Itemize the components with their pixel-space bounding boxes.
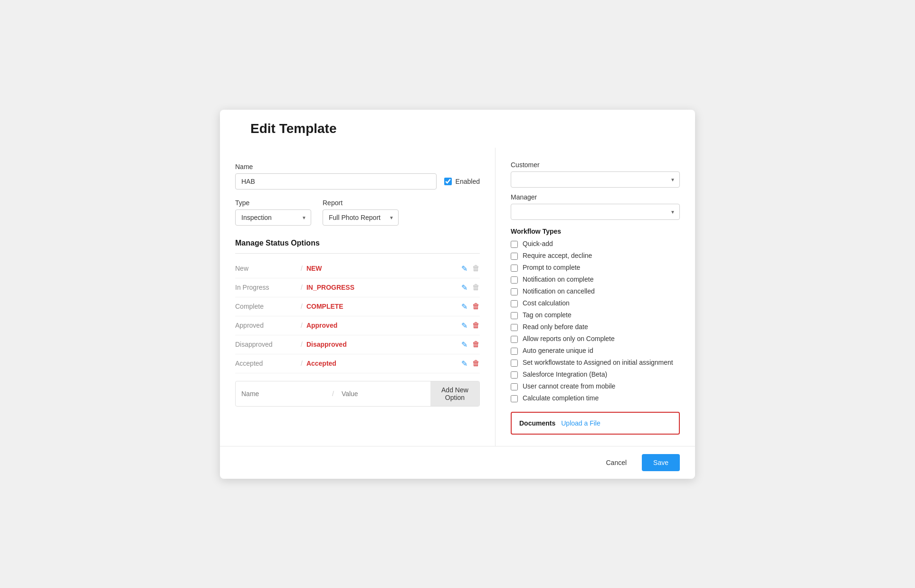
manager-select[interactable] [511, 204, 680, 220]
upload-file-link[interactable]: Upload a File [561, 419, 600, 427]
status-actions: ✎ 🗑 [461, 340, 480, 349]
name-row: Enabled [235, 173, 480, 190]
table-row: In Progress / IN_PROGRESS ✎ 🗑 [235, 278, 480, 297]
list-item: Salesforce Integration (Beta) [511, 370, 680, 379]
status-value-accepted: Accepted [306, 360, 461, 367]
status-actions: ✎ 🗑 [461, 321, 480, 330]
workflow-checkbox-readonly-before[interactable] [511, 324, 518, 331]
list-item: Allow reports only on Complete [511, 335, 680, 343]
workflow-checkbox-tag-complete[interactable] [511, 312, 518, 319]
status-name-approved: Approved [235, 322, 297, 329]
status-value-inprogress: IN_PROGRESS [306, 284, 461, 291]
workflow-checkbox-cost-calc[interactable] [511, 300, 518, 307]
add-option-slash: / [330, 390, 336, 398]
workflow-checkbox-completion-time[interactable] [511, 395, 518, 402]
modal-footer: Cancel Save [220, 446, 695, 479]
left-panel: Name Enabled Type Inspection ▼ [220, 148, 496, 446]
documents-section: Documents Upload a File [511, 412, 680, 435]
workflow-label-cost-calc: Cost calculation [523, 299, 570, 307]
status-slash: / [301, 303, 303, 310]
enabled-checkbox[interactable] [444, 178, 452, 185]
workflow-checkbox-require-accept[interactable] [511, 253, 518, 260]
delete-icon-disabled: 🗑 [472, 283, 480, 292]
edit-icon[interactable]: ✎ [461, 321, 467, 330]
delete-icon[interactable]: 🗑 [472, 340, 480, 349]
workflow-checkbox-quickadd[interactable] [511, 241, 518, 248]
enabled-row: Enabled [444, 178, 480, 185]
edit-icon[interactable]: ✎ [461, 340, 467, 349]
right-panel-top: Customer ▼ Manager ▼ Workflow Types [511, 148, 680, 435]
status-value-disapproved: Disapproved [306, 341, 461, 348]
delete-icon[interactable]: 🗑 [472, 321, 480, 330]
workflow-label-readonly-before: Read only before date [523, 323, 588, 331]
status-slash: / [301, 341, 303, 348]
delete-icon[interactable]: 🗑 [472, 359, 480, 368]
workflow-label-no-mobile: User cannot create from mobile [523, 382, 615, 390]
workflow-label-notif-cancelled: Notification on cancelled [523, 287, 595, 295]
customer-select[interactable] [511, 171, 680, 188]
edit-icon[interactable]: ✎ [461, 264, 467, 273]
status-slash: / [301, 360, 303, 367]
status-slash: / [301, 322, 303, 329]
status-table: New / NEW ✎ 🗑 In Progress / IN_PROGRESS … [235, 259, 480, 373]
status-slash: / [301, 284, 303, 291]
workflow-label-salesforce: Salesforce Integration (Beta) [523, 370, 607, 378]
cancel-button[interactable]: Cancel [596, 454, 636, 471]
status-value-new: NEW [306, 265, 461, 272]
page-title: Edit Template [235, 110, 680, 136]
edit-icon[interactable]: ✎ [461, 283, 467, 292]
report-label: Report [323, 199, 399, 207]
status-divider [235, 253, 480, 254]
workflow-label-allow-reports: Allow reports only on Complete [523, 335, 615, 342]
table-row: Approved / Approved ✎ 🗑 [235, 316, 480, 335]
workflow-label-workflow-state: Set workflowstate to Assigned on initial… [523, 359, 673, 366]
status-name-complete: Complete [235, 303, 297, 310]
status-slash: / [301, 265, 303, 272]
add-new-option-button[interactable]: Add New Option [430, 381, 479, 406]
report-group: Report Full Photo Report ▼ [323, 199, 399, 226]
workflow-checkbox-auto-generate[interactable] [511, 348, 518, 355]
workflow-checkbox-prompt-complete[interactable] [511, 265, 518, 272]
workflow-label-require-accept: Require accept, decline [523, 252, 592, 259]
type-label: Type [235, 199, 311, 207]
add-option-value-input[interactable] [336, 385, 430, 402]
save-button[interactable]: Save [642, 454, 680, 471]
list-item: User cannot create from mobile [511, 382, 680, 390]
list-item: Prompt to complete [511, 264, 680, 272]
workflow-label-tag-complete: Tag on complete [523, 311, 572, 319]
delete-icon-disabled: 🗑 [472, 264, 480, 273]
workflow-checkbox-notif-cancelled[interactable] [511, 288, 518, 295]
type-select-wrapper: Inspection ▼ [235, 209, 311, 226]
name-input[interactable] [235, 173, 437, 190]
edit-icon[interactable]: ✎ [461, 302, 467, 311]
list-item: Notification on complete [511, 275, 680, 284]
name-label: Name [235, 163, 480, 171]
manager-label: Manager [511, 193, 680, 201]
workflow-label-auto-generate: Auto generate unique id [523, 347, 593, 354]
workflow-label-quickadd: Quick-add [523, 240, 553, 247]
list-item: Quick-add [511, 240, 680, 248]
workflow-checkbox-workflow-state[interactable] [511, 360, 518, 367]
report-select[interactable]: Full Photo Report [323, 209, 399, 226]
delete-icon[interactable]: 🗑 [472, 302, 480, 311]
workflow-checkbox-no-mobile[interactable] [511, 383, 518, 390]
right-panel: Customer ▼ Manager ▼ Workflow Types [496, 148, 695, 446]
table-row: Disapproved / Disapproved ✎ 🗑 [235, 335, 480, 354]
edit-icon[interactable]: ✎ [461, 359, 467, 368]
table-row: Complete / COMPLETE ✎ 🗑 [235, 297, 480, 316]
workflow-checkbox-notif-complete[interactable] [511, 276, 518, 284]
workflow-checkbox-salesforce[interactable] [511, 371, 518, 379]
type-report-row: Type Inspection ▼ Report Full Photo Repo… [235, 199, 480, 226]
type-select[interactable]: Inspection [235, 209, 311, 226]
list-item: Calculate completion time [511, 394, 680, 402]
list-item: Require accept, decline [511, 252, 680, 260]
table-row: New / NEW ✎ 🗑 [235, 259, 480, 278]
list-item: Tag on complete [511, 311, 680, 319]
workflow-checkbox-allow-reports[interactable] [511, 336, 518, 343]
edit-template-modal: Edit Template Name Enabled Type Insp [220, 110, 695, 479]
enabled-label: Enabled [456, 178, 480, 185]
list-item: Notification on cancelled [511, 287, 680, 295]
status-actions: ✎ 🗑 [461, 283, 480, 292]
add-option-name-input[interactable] [236, 385, 330, 402]
list-item: Read only before date [511, 323, 680, 331]
